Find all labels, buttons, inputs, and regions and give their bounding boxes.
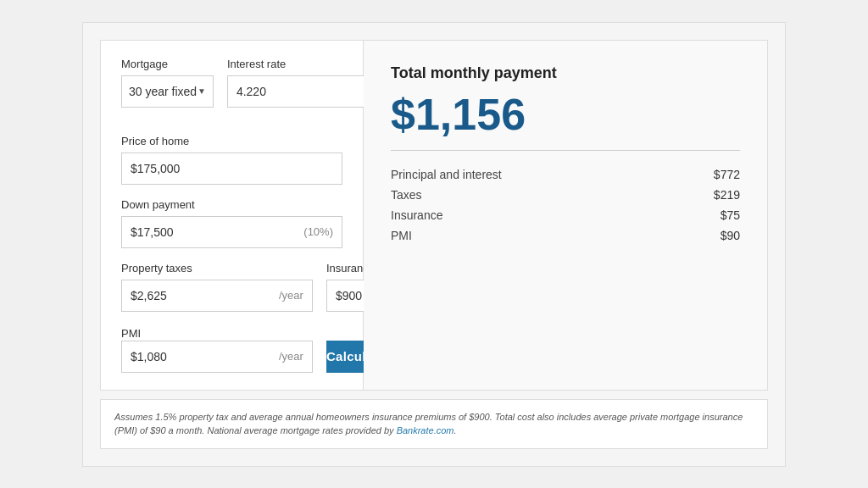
- property-taxes-label: Property taxes: [121, 262, 313, 274]
- property-taxes-input[interactable]: [131, 289, 279, 302]
- chevron-down-icon: ▼: [198, 86, 206, 96]
- total-amount: $1,156: [391, 92, 740, 136]
- down-payment-field-group: Down payment (10%): [121, 198, 342, 248]
- mortgage-interest-row: Mortgage 30 year fixed 15 year fixed 5/1…: [121, 58, 342, 121]
- pmi-field-group: /year: [121, 341, 313, 373]
- property-taxes-input-wrapper: /year: [121, 280, 313, 312]
- breakdown-row-value: $90: [673, 225, 740, 246]
- mortgage-select-wrapper[interactable]: 30 year fixed 15 year fixed 5/1 ARM ▼: [121, 75, 214, 108]
- main-container: Mortgage 30 year fixed 15 year fixed 5/1…: [82, 22, 786, 467]
- price-field-group: Price of home: [121, 135, 342, 185]
- down-payment-input-wrapper: (10%): [121, 216, 342, 248]
- footer-link-suffix: .: [454, 425, 457, 435]
- pmi-input[interactable]: [131, 350, 279, 363]
- property-taxes-suffix: /year: [279, 289, 303, 302]
- breakdown-row-label: Principal and interest: [391, 164, 673, 185]
- price-input-wrapper: [121, 152, 342, 185]
- down-payment-label: Down payment: [121, 198, 342, 211]
- breakdown-row: PMI$90: [391, 225, 740, 246]
- total-label: Total monthly payment: [391, 64, 740, 82]
- right-panel: Total monthly payment $1,156 Principal a…: [364, 41, 767, 390]
- down-payment-input[interactable]: [131, 225, 303, 239]
- breakdown-row: Insurance$75: [391, 205, 740, 225]
- pmi-suffix: /year: [279, 350, 303, 363]
- pmi-label-row: PMI: [121, 325, 342, 341]
- property-taxes-field-group: Property taxes /year: [121, 262, 313, 312]
- pmi-label: PMI: [121, 327, 141, 340]
- interest-rate-input[interactable]: [236, 85, 385, 98]
- breakdown-row: Principal and interest$772: [391, 164, 740, 185]
- breakdown-row-value: $772: [673, 164, 740, 185]
- divider: [391, 150, 740, 151]
- pmi-calculate-row: /year Calculate: [121, 341, 342, 373]
- breakdown-table: Principal and interest$772Taxes$219Insur…: [391, 164, 740, 246]
- price-input[interactable]: [131, 162, 333, 175]
- left-panel: Mortgage 30 year fixed 15 year fixed 5/1…: [101, 41, 364, 390]
- breakdown-row-label: Taxes: [391, 185, 673, 205]
- breakdown-row-value: $75: [673, 205, 740, 225]
- down-payment-pct: (10%): [303, 225, 333, 238]
- taxes-insurance-row: Property taxes /year Insurance /year: [121, 262, 342, 312]
- pmi-input-wrapper: /year: [121, 341, 313, 373]
- mortgage-field-group: Mortgage 30 year fixed 15 year fixed 5/1…: [121, 58, 214, 108]
- mortgage-select[interactable]: 30 year fixed 15 year fixed 5/1 ARM: [129, 85, 198, 98]
- calculator-wrapper: Mortgage 30 year fixed 15 year fixed 5/1…: [100, 40, 768, 391]
- mortgage-label: Mortgage: [121, 58, 214, 70]
- price-label: Price of home: [121, 135, 342, 147]
- breakdown-row-value: $219: [673, 185, 740, 205]
- footer-note: Assumes 1.5% property tax and average an…: [100, 399, 768, 449]
- bankrate-link[interactable]: Bankrate.com: [397, 425, 454, 435]
- breakdown-row: Taxes$219: [391, 185, 740, 205]
- breakdown-row-label: Insurance: [391, 205, 673, 225]
- breakdown-row-label: PMI: [391, 225, 673, 246]
